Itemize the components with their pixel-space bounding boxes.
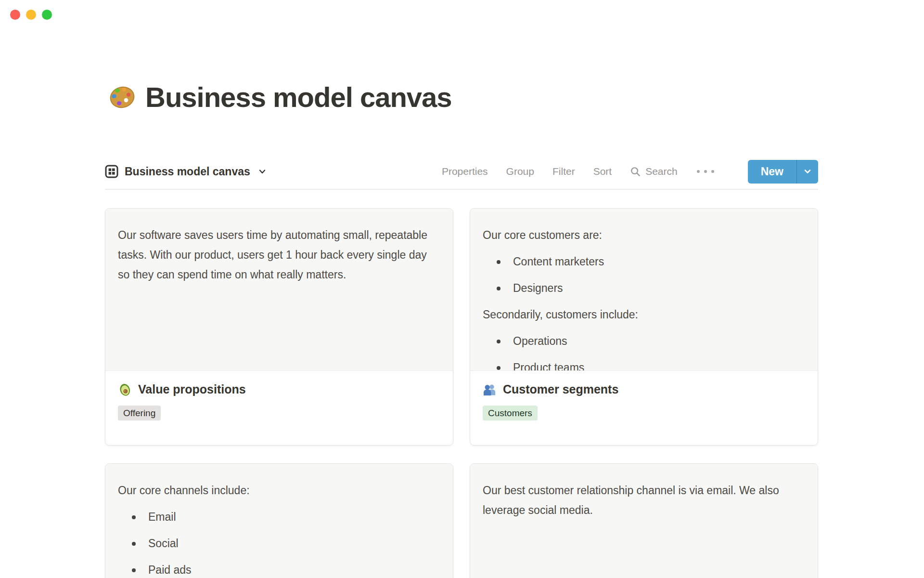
new-dropdown-button[interactable] (796, 160, 818, 184)
preview-bullet: Paid ads (118, 560, 440, 578)
card-preview: Our core channels include: Email Social … (105, 464, 453, 578)
preview-bullet: Product teams (483, 358, 805, 371)
search-icon (630, 166, 641, 177)
gallery-view-icon (105, 165, 118, 178)
card-title-row: Value propositions (118, 382, 440, 396)
card-footer: Customer segments Customers (470, 371, 818, 432)
preview-bullet: Content marketers (483, 252, 805, 272)
avocado-icon (118, 382, 132, 396)
card-title: Value propositions (138, 382, 246, 396)
preview-paragraph: Our core customers are: (483, 225, 805, 245)
card-title-row: Customer segments (483, 382, 805, 396)
filter-button[interactable]: Filter (552, 166, 575, 177)
preview-paragraph: Our best customer relationship channel i… (483, 481, 805, 520)
zoom-window-button[interactable] (42, 10, 52, 20)
tag-customers[interactable]: Customers (483, 406, 538, 420)
group-button[interactable]: Group (506, 166, 534, 177)
card-customer-segments[interactable]: Our core customers are: Content marketer… (470, 208, 818, 446)
card-footer: Value propositions Offering (105, 371, 453, 432)
card-value-propositions[interactable]: Our software saves users time by automat… (105, 208, 453, 446)
preview-bullet: Social (118, 534, 440, 553)
search-button[interactable]: Search (630, 166, 678, 177)
preview-bullet: Email (118, 507, 440, 527)
search-label: Search (645, 166, 678, 177)
page-header: Business model canvas (109, 81, 452, 113)
chevron-down-icon (257, 167, 267, 176)
view-options-toolbar: Properties Group Filter Sort Search New (442, 160, 818, 184)
card-preview: Our software saves users time by automat… (105, 209, 453, 371)
chevron-down-icon (803, 167, 812, 176)
properties-button[interactable]: Properties (442, 166, 488, 177)
minimize-window-button[interactable] (26, 10, 36, 20)
page-title[interactable]: Business model canvas (145, 81, 452, 113)
people-icon (483, 382, 497, 396)
ellipsis-icon (697, 170, 700, 173)
view-selector[interactable]: Business model canvas (105, 165, 267, 178)
more-options-button[interactable] (697, 170, 714, 173)
preview-paragraph: Our core channels include: (118, 481, 440, 500)
sort-button[interactable]: Sort (593, 166, 612, 177)
preview-paragraph: Secondarily, customers include: (483, 305, 805, 325)
palette-icon[interactable] (109, 84, 136, 111)
tag-offering[interactable]: Offering (118, 406, 161, 420)
new-button[interactable]: New (748, 160, 796, 184)
view-name: Business model canvas (125, 165, 250, 178)
card-preview: Our core customers are: Content marketer… (470, 209, 818, 371)
view-toolbar: Business model canvas Properties Group F… (105, 154, 818, 190)
preview-bullet: Designers (483, 278, 805, 298)
card-channels[interactable]: Our core channels include: Email Social … (105, 463, 453, 578)
new-button-group: New (748, 160, 818, 184)
preview-bullet: Operations (483, 331, 805, 351)
card-customer-relationships[interactable]: Our best customer relationship channel i… (470, 463, 818, 578)
preview-paragraph: Our software saves users time by automat… (118, 225, 440, 285)
card-preview: Our best customer relationship channel i… (470, 464, 818, 578)
card-title: Customer segments (503, 382, 618, 396)
close-window-button[interactable] (10, 10, 20, 20)
gallery-grid: Our software saves users time by automat… (105, 208, 818, 578)
window-controls (10, 10, 52, 20)
